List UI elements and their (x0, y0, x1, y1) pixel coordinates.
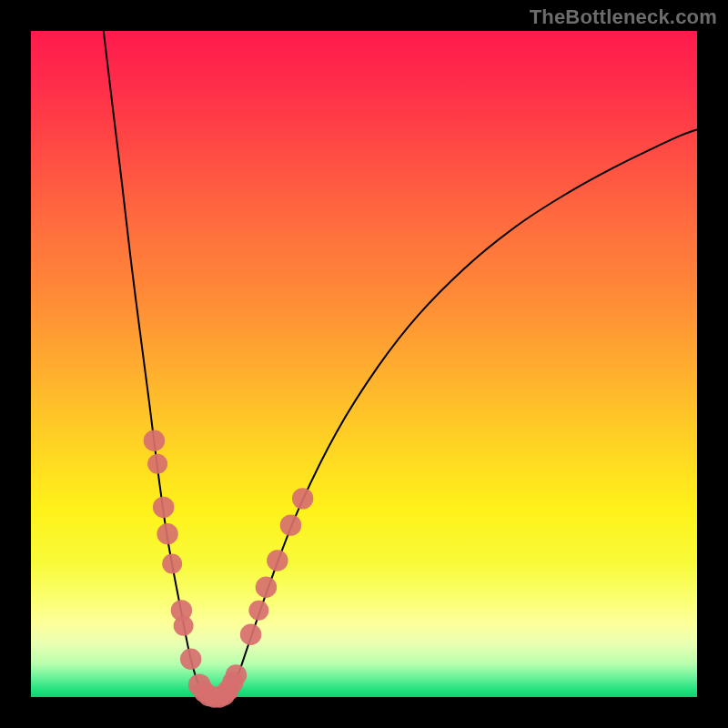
marker-dot (240, 623, 261, 644)
marker-dot (144, 430, 165, 450)
marker-dot (174, 616, 194, 636)
bottleneck-curve (104, 31, 697, 698)
watermark-label: TheBottleneck.com (530, 5, 717, 29)
marker-dot (147, 454, 167, 474)
chart-frame: TheBottleneck.com (0, 0, 728, 728)
marker-group (144, 430, 314, 707)
marker-dot (153, 497, 174, 518)
marker-dot (162, 554, 182, 574)
marker-dot (280, 514, 301, 535)
marker-dot (256, 577, 277, 598)
curve-svg (31, 31, 697, 697)
curve-group (104, 31, 697, 698)
marker-dot (180, 649, 201, 670)
marker-dot (157, 523, 177, 544)
marker-dot (226, 664, 247, 685)
marker-dot (248, 601, 268, 621)
marker-dot (267, 550, 288, 571)
marker-dot (292, 488, 313, 509)
